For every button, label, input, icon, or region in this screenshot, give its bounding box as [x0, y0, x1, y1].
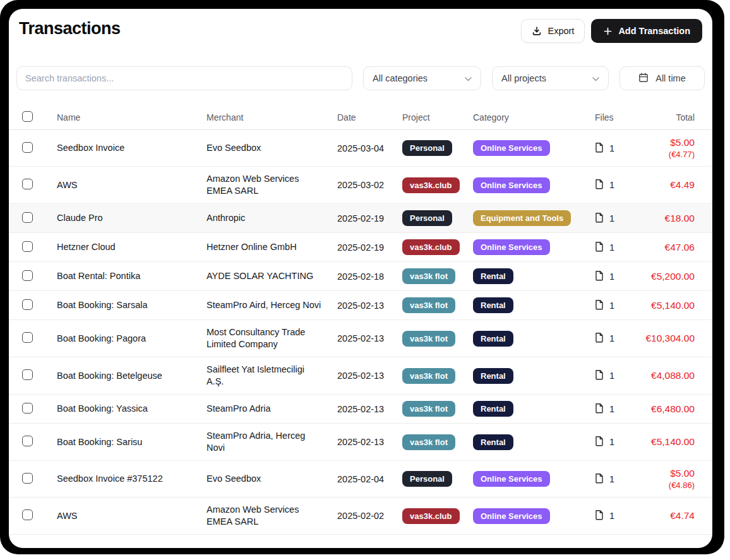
file-icon	[595, 241, 604, 254]
category-badge[interactable]: Rental	[473, 401, 513, 417]
files-cell: 1	[595, 270, 633, 283]
files-cell: 1	[595, 369, 633, 382]
category-badge[interactable]: Equipment and Tools	[473, 210, 571, 226]
categories-filter-value: All categories	[373, 73, 428, 83]
category-badge[interactable]: Rental	[473, 368, 513, 384]
file-icon	[595, 436, 604, 448]
row-checkbox[interactable]	[22, 509, 33, 520]
category-badge[interactable]: Online Services	[473, 239, 550, 255]
project-badge[interactable]: vas3k flot	[402, 434, 455, 450]
select-all-checkbox[interactable]	[22, 111, 33, 122]
category-badge[interactable]: Online Services	[473, 508, 550, 524]
download-icon	[532, 26, 542, 36]
transaction-merchant: Evo Seedbox	[206, 473, 337, 485]
export-button[interactable]: Export	[521, 19, 585, 43]
table-body: Seedbox Invoice Evo Seedbox 2025-03-04 P…	[9, 130, 712, 535]
files-cell: 1	[595, 299, 633, 312]
category-badge[interactable]: Online Services	[473, 471, 550, 487]
files-count: 1	[609, 333, 614, 343]
transactions-table: Name Merchant Date Project Category File…	[9, 105, 712, 535]
category-badge[interactable]: Online Services	[473, 140, 550, 156]
row-checkbox[interactable]	[22, 332, 33, 343]
table-row[interactable]: Hetzner Cloud Hetzner Online GmbH 2025-0…	[9, 233, 712, 262]
transaction-merchant: AYDE SOLAR YACHTING	[206, 270, 337, 282]
categories-filter[interactable]: All categories	[363, 66, 481, 90]
category-badge[interactable]: Rental	[473, 297, 513, 313]
row-checkbox[interactable]	[22, 473, 33, 484]
project-badge[interactable]: Personal	[402, 471, 452, 487]
project-badge[interactable]: vas3k.club	[402, 177, 460, 193]
transaction-merchant: Amazon Web Services EMEA SARL	[206, 173, 337, 197]
search-input[interactable]	[25, 73, 344, 83]
table-row[interactable]: Boat Rental: Pontika AYDE SOLAR YACHTING…	[9, 262, 712, 291]
project-badge[interactable]: Personal	[402, 140, 452, 156]
row-checkbox[interactable]	[22, 270, 33, 281]
transaction-name: Boat Booking: Yassica	[57, 403, 206, 415]
row-checkbox[interactable]	[22, 212, 33, 223]
category-badge[interactable]: Rental	[473, 434, 513, 450]
transaction-merchant: SteamPro Adria	[206, 403, 337, 415]
add-transaction-button[interactable]: Add Transaction	[591, 19, 702, 43]
row-checkbox[interactable]	[22, 241, 33, 252]
project-badge[interactable]: vas3k flot	[402, 401, 455, 417]
row-checkbox[interactable]	[22, 179, 33, 189]
transaction-total: $5.00 (€4.86)	[633, 467, 695, 491]
table-row[interactable]: Claude Pro Anthropic 2025-02-19 Personal…	[9, 204, 712, 233]
table-row[interactable]: Boat Booking: Sarsala SteamPro Aird, Her…	[9, 291, 712, 320]
total-amount: €4.74	[633, 509, 695, 522]
transaction-date: 2025-02-04	[337, 474, 402, 484]
total-amount: €10,304.00	[633, 332, 695, 345]
column-header-files: Files	[595, 112, 633, 122]
files-count: 1	[609, 371, 614, 381]
files-count: 1	[609, 180, 614, 190]
project-badge[interactable]: vas3k flot	[402, 297, 455, 313]
project-badge[interactable]: vas3k.club	[402, 239, 460, 255]
transaction-name: AWS	[57, 179, 206, 191]
table-row[interactable]: Boat Booking: Sarisu SteamPro Adria, Her…	[9, 424, 712, 461]
column-header-date: Date	[337, 112, 402, 122]
page-title: Transactions	[19, 19, 121, 39]
project-badge[interactable]: vas3k.club	[402, 508, 460, 524]
plus-icon	[603, 27, 613, 36]
row-checkbox[interactable]	[22, 436, 33, 446]
file-icon	[595, 509, 604, 522]
files-count: 1	[609, 404, 614, 414]
transaction-name: Claude Pro	[57, 212, 206, 224]
column-header-project: Project	[402, 112, 473, 122]
row-checkbox[interactable]	[22, 142, 33, 153]
row-checkbox[interactable]	[22, 369, 33, 380]
total-converted: (€4.86)	[633, 480, 695, 491]
chevron-down-icon	[465, 73, 472, 83]
table-row[interactable]: Boat Booking: Betelgeuse Sailfleet Yat I…	[9, 357, 712, 395]
table-row[interactable]: Boat Booking: Pagora Most Consultancy Tr…	[9, 320, 712, 357]
add-transaction-label: Add Transaction	[618, 26, 690, 36]
table-row[interactable]: Seedbox Invoice Evo Seedbox 2025-03-04 P…	[9, 130, 712, 167]
transaction-total: €5,140.00	[633, 436, 695, 448]
table-row[interactable]: Seedbox Invoice #375122 Evo Seedbox 2025…	[9, 461, 712, 497]
date-range-filter[interactable]: All time	[619, 66, 705, 90]
row-checkbox[interactable]	[22, 403, 33, 414]
total-amount: $5.00	[633, 136, 695, 149]
project-badge[interactable]: vas3k flot	[402, 268, 455, 284]
transaction-date: 2025-02-13	[337, 333, 402, 343]
project-badge[interactable]: vas3k flot	[402, 331, 455, 347]
file-icon	[595, 473, 604, 486]
row-checkbox[interactable]	[22, 299, 33, 310]
table-row[interactable]: AWS Amazon Web Services EMEA SARL 2025-0…	[9, 497, 712, 535]
project-badge[interactable]: vas3k flot	[402, 368, 455, 384]
transaction-date: 2025-03-02	[337, 180, 402, 190]
project-badge[interactable]: Personal	[402, 210, 452, 226]
table-row[interactable]: AWS Amazon Web Services EMEA SARL 2025-0…	[9, 167, 712, 204]
category-badge[interactable]: Rental	[473, 331, 513, 347]
total-amount: €18.00	[633, 212, 695, 225]
projects-filter[interactable]: All projects	[492, 66, 609, 90]
category-badge[interactable]: Rental	[473, 268, 513, 284]
transaction-date: 2025-03-04	[337, 143, 402, 153]
transactions-page: Transactions Export	[9, 9, 712, 548]
file-icon	[595, 270, 604, 283]
files-count: 1	[609, 437, 614, 447]
category-badge[interactable]: Online Services	[473, 177, 550, 193]
table-row[interactable]: Boat Booking: Yassica SteamPro Adria 202…	[9, 395, 712, 424]
files-cell: 1	[595, 403, 633, 415]
transaction-total: €47.06	[633, 241, 695, 254]
